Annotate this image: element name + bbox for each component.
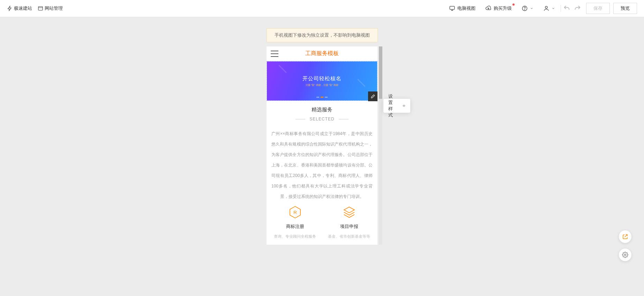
desktop-icon <box>449 5 455 12</box>
site-manage-link[interactable]: 网站管理 <box>38 5 63 12</box>
undo-icon <box>563 5 571 12</box>
edit-module-button[interactable] <box>368 91 377 101</box>
svg-point-4 <box>545 6 547 8</box>
gear-icon <box>622 252 628 258</box>
mobile-notice: 手机视图下修改为独立设置，不影响到电脑视图 <box>267 28 378 42</box>
phone-title: 工商服务模板 <box>305 50 339 57</box>
upgrade-button[interactable]: 购买升级 <box>480 0 517 17</box>
selected-services-section: 精选服务 SELECTED 广州××商标事务有限公司成立于1984年，是中国历史… <box>267 101 377 202</box>
desktop-view-label: 电脑视图 <box>457 5 475 12</box>
service-desc: 查询、专业顾问全程服务 <box>274 234 316 239</box>
save-label: 保存 <box>593 5 602 12</box>
redo-button[interactable] <box>572 0 583 17</box>
share-fab[interactable] <box>619 230 631 243</box>
help-icon <box>522 5 528 12</box>
trademark-icon: R <box>288 205 302 219</box>
service-item[interactable]: 项目申报 基金、省市创新基金等等 <box>322 205 376 239</box>
svg-point-7 <box>624 254 626 256</box>
window-icon <box>38 6 43 11</box>
service-desc: 基金、省市创新基金等等 <box>328 234 370 239</box>
carousel-dots[interactable] <box>316 97 328 98</box>
cloud-up-icon <box>485 5 492 12</box>
section-description: 广州××商标事务有限公司成立于1984年，是中国历史悠久和具有规模的综合性国际知… <box>271 128 373 202</box>
chevron-down-icon <box>530 7 533 10</box>
service-item[interactable]: R 商标注册 查询、专业顾问全程服务 <box>268 205 322 239</box>
redo-icon <box>574 5 581 12</box>
user-icon <box>543 5 549 12</box>
phone-outer: 工商服务模板 开公司轻松核名 注册 "取" 商标，注册 "取" 商标 精选服务 … <box>267 46 377 245</box>
canvas-area: 手机视图下修改为独立设置，不影响到电脑视图 工商服务模板 开公司轻松核名 注册 … <box>0 17 644 296</box>
site-manage-label: 网站管理 <box>45 5 63 12</box>
speed-build-link[interactable]: 极速建站 <box>7 5 32 12</box>
layers-icon <box>342 205 356 219</box>
phone-preview: 工商服务模板 开公司轻松核名 注册 "取" 商标，注册 "取" 商标 精选服务 … <box>267 46 377 245</box>
desktop-view-button[interactable]: 电脑视图 <box>444 0 480 17</box>
module-popover: 设置样式 <box>383 99 410 113</box>
svg-point-3 <box>525 9 525 10</box>
topbar: 极速建站 网站管理 电脑视图 购买升级 <box>0 0 644 17</box>
topbar-right: 电脑视图 购买升级 保存 预览 <box>444 0 637 17</box>
hamburger-menu-icon[interactable] <box>271 51 278 57</box>
section-title: 精选服务 <box>271 106 373 113</box>
banner-subline: 注册 "取" 商标，注册 "取" 商标 <box>306 83 339 87</box>
banner-headline: 开公司轻松核名 <box>302 75 342 82</box>
topbar-left: 极速建站 网站管理 <box>7 5 66 12</box>
speed-build-label: 极速建站 <box>14 5 32 12</box>
section-subtitle: SELECTED <box>271 117 373 121</box>
chevron-down-icon <box>552 7 555 10</box>
svg-text:R: R <box>293 210 297 215</box>
svg-point-6 <box>404 105 404 106</box>
svg-rect-1 <box>450 6 455 9</box>
services-grid: R 商标注册 查询、专业顾问全程服务 项目申报 基金、省市创新基金等等 <box>267 202 377 239</box>
svg-rect-0 <box>38 7 43 10</box>
banner-module[interactable]: 开公司轻松核名 注册 "取" 商标，注册 "取" 商标 <box>267 61 377 101</box>
settings-fab[interactable] <box>619 249 631 261</box>
help-button[interactable] <box>517 0 538 17</box>
phone-header: 工商服务模板 <box>267 46 377 61</box>
undo-button[interactable] <box>562 0 572 17</box>
save-button[interactable]: 保存 <box>586 3 610 14</box>
service-name: 商标注册 <box>286 223 304 230</box>
preview-label: 预览 <box>621 5 630 12</box>
floating-action-buttons <box>619 230 631 261</box>
hero-banner: 开公司轻松核名 注册 "取" 商标，注册 "取" 商标 <box>267 61 377 101</box>
lightning-icon <box>7 6 13 11</box>
service-name: 项目申报 <box>340 223 358 230</box>
notification-dot-icon <box>512 3 515 6</box>
pencil-icon <box>370 94 375 99</box>
phone-scrollbar[interactable] <box>379 46 382 245</box>
scrollbar-thumb[interactable] <box>379 46 382 99</box>
upgrade-label: 购买升级 <box>494 5 512 12</box>
divider <box>561 5 561 12</box>
user-button[interactable] <box>538 0 560 17</box>
set-style-button[interactable]: 设置样式 <box>388 93 396 118</box>
eye-icon[interactable] <box>403 103 405 109</box>
preview-button[interactable]: 预览 <box>613 3 637 14</box>
share-icon <box>622 234 628 240</box>
